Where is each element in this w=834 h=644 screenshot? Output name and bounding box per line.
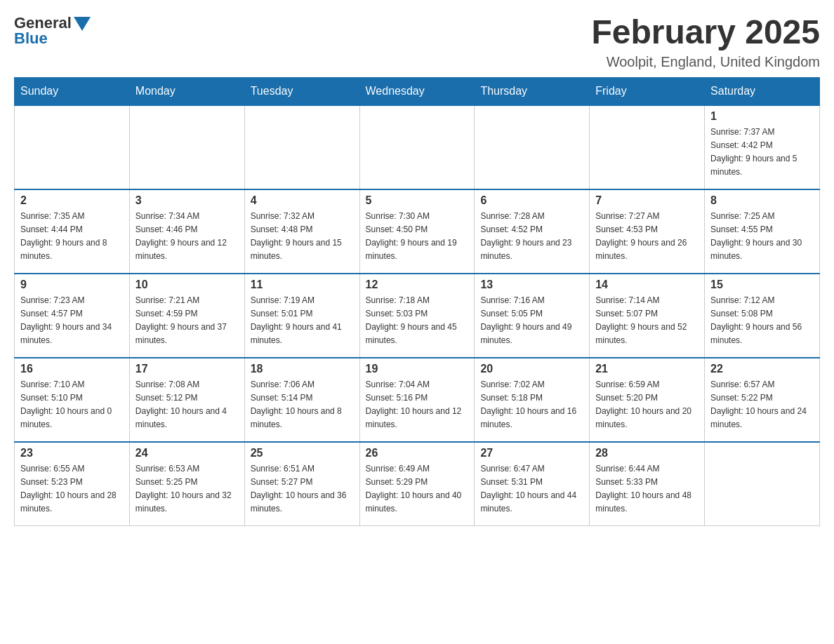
calendar-cell bbox=[15, 105, 130, 189]
location-subtitle: Woolpit, England, United Kingdom bbox=[591, 54, 820, 70]
calendar-cell bbox=[475, 105, 590, 189]
day-number: 10 bbox=[135, 279, 239, 291]
calendar-cell: 16Sunrise: 7:10 AMSunset: 5:10 PMDayligh… bbox=[15, 358, 130, 442]
day-info: Sunrise: 7:16 AMSunset: 5:05 PMDaylight:… bbox=[480, 294, 583, 348]
calendar-cell: 20Sunrise: 7:02 AMSunset: 5:18 PMDayligh… bbox=[475, 358, 590, 442]
day-number: 8 bbox=[710, 194, 814, 207]
day-number: 13 bbox=[480, 279, 583, 291]
day-of-week-header: Tuesday bbox=[244, 77, 359, 105]
day-number: 1 bbox=[710, 110, 814, 123]
title-section: February 2025 Woolpit, England, United K… bbox=[591, 14, 820, 70]
day-info: Sunrise: 6:55 AMSunset: 5:23 PMDaylight:… bbox=[20, 462, 124, 516]
calendar-cell: 3Sunrise: 7:34 AMSunset: 4:46 PMDaylight… bbox=[129, 189, 244, 274]
calendar-cell: 19Sunrise: 7:04 AMSunset: 5:16 PMDayligh… bbox=[359, 358, 475, 442]
calendar-cell: 10Sunrise: 7:21 AMSunset: 4:59 PMDayligh… bbox=[129, 274, 244, 358]
day-number: 19 bbox=[366, 363, 469, 375]
calendar-cell: 2Sunrise: 7:35 AMSunset: 4:44 PMDaylight… bbox=[15, 189, 130, 274]
month-title: February 2025 bbox=[591, 14, 820, 51]
day-of-week-header: Saturday bbox=[705, 77, 820, 105]
calendar-cell: 7Sunrise: 7:27 AMSunset: 4:53 PMDaylight… bbox=[590, 189, 705, 274]
calendar-cell: 23Sunrise: 6:55 AMSunset: 5:23 PMDayligh… bbox=[15, 442, 130, 526]
calendar-cell: 13Sunrise: 7:16 AMSunset: 5:05 PMDayligh… bbox=[475, 274, 590, 358]
day-info: Sunrise: 7:35 AMSunset: 4:44 PMDaylight:… bbox=[20, 210, 124, 264]
day-number: 18 bbox=[251, 363, 354, 375]
day-info: Sunrise: 7:23 AMSunset: 4:57 PMDaylight:… bbox=[20, 294, 124, 348]
day-number: 25 bbox=[251, 447, 354, 459]
day-of-week-header: Friday bbox=[590, 77, 705, 105]
day-info: Sunrise: 7:10 AMSunset: 5:10 PMDaylight:… bbox=[20, 378, 124, 432]
day-info: Sunrise: 7:06 AMSunset: 5:14 PMDaylight:… bbox=[251, 378, 354, 432]
day-info: Sunrise: 7:25 AMSunset: 4:55 PMDaylight:… bbox=[710, 210, 814, 264]
day-number: 17 bbox=[135, 363, 239, 375]
day-number: 15 bbox=[710, 279, 814, 291]
calendar-cell bbox=[705, 442, 820, 526]
calendar-week-row: 2Sunrise: 7:35 AMSunset: 4:44 PMDaylight… bbox=[15, 189, 820, 274]
day-info: Sunrise: 7:19 AMSunset: 5:01 PMDaylight:… bbox=[251, 294, 354, 348]
calendar-cell: 15Sunrise: 7:12 AMSunset: 5:08 PMDayligh… bbox=[705, 274, 820, 358]
day-number: 20 bbox=[480, 363, 583, 375]
day-info: Sunrise: 6:53 AMSunset: 5:25 PMDaylight:… bbox=[135, 462, 239, 516]
calendar-cell bbox=[129, 105, 244, 189]
day-number: 23 bbox=[20, 447, 124, 459]
calendar-week-row: 9Sunrise: 7:23 AMSunset: 4:57 PMDaylight… bbox=[15, 274, 820, 358]
calendar-cell: 4Sunrise: 7:32 AMSunset: 4:48 PMDaylight… bbox=[244, 189, 359, 274]
day-info: Sunrise: 7:18 AMSunset: 5:03 PMDaylight:… bbox=[366, 294, 469, 348]
calendar-table: SundayMondayTuesdayWednesdayThursdayFrid… bbox=[14, 77, 820, 527]
calendar-cell: 17Sunrise: 7:08 AMSunset: 5:12 PMDayligh… bbox=[129, 358, 244, 442]
day-info: Sunrise: 7:02 AMSunset: 5:18 PMDaylight:… bbox=[480, 378, 583, 432]
day-number: 12 bbox=[366, 279, 469, 291]
day-number: 26 bbox=[366, 447, 469, 459]
day-info: Sunrise: 7:14 AMSunset: 5:07 PMDaylight:… bbox=[595, 294, 699, 348]
calendar-cell: 21Sunrise: 6:59 AMSunset: 5:20 PMDayligh… bbox=[590, 358, 705, 442]
day-info: Sunrise: 7:27 AMSunset: 4:53 PMDaylight:… bbox=[595, 210, 699, 264]
calendar-cell: 26Sunrise: 6:49 AMSunset: 5:29 PMDayligh… bbox=[359, 442, 475, 526]
day-info: Sunrise: 7:34 AMSunset: 4:46 PMDaylight:… bbox=[135, 210, 239, 264]
day-number: 5 bbox=[366, 194, 469, 207]
day-of-week-header: Sunday bbox=[15, 77, 130, 105]
calendar-cell: 12Sunrise: 7:18 AMSunset: 5:03 PMDayligh… bbox=[359, 274, 475, 358]
day-info: Sunrise: 6:57 AMSunset: 5:22 PMDaylight:… bbox=[710, 378, 814, 432]
calendar-cell: 25Sunrise: 6:51 AMSunset: 5:27 PMDayligh… bbox=[244, 442, 359, 526]
day-info: Sunrise: 7:08 AMSunset: 5:12 PMDaylight:… bbox=[135, 378, 239, 432]
calendar-week-row: 23Sunrise: 6:55 AMSunset: 5:23 PMDayligh… bbox=[15, 442, 820, 526]
calendar-cell: 9Sunrise: 7:23 AMSunset: 4:57 PMDaylight… bbox=[15, 274, 130, 358]
day-info: Sunrise: 7:37 AMSunset: 4:42 PMDaylight:… bbox=[710, 126, 814, 180]
calendar-week-row: 16Sunrise: 7:10 AMSunset: 5:10 PMDayligh… bbox=[15, 358, 820, 442]
calendar-cell: 8Sunrise: 7:25 AMSunset: 4:55 PMDaylight… bbox=[705, 189, 820, 274]
page-header: General Blue February 2025 Woolpit, Engl… bbox=[14, 14, 820, 70]
calendar-cell: 24Sunrise: 6:53 AMSunset: 5:25 PMDayligh… bbox=[129, 442, 244, 526]
day-of-week-header: Monday bbox=[129, 77, 244, 105]
day-info: Sunrise: 7:12 AMSunset: 5:08 PMDaylight:… bbox=[710, 294, 814, 348]
day-info: Sunrise: 7:04 AMSunset: 5:16 PMDaylight:… bbox=[366, 378, 469, 432]
day-number: 4 bbox=[251, 194, 354, 207]
day-info: Sunrise: 7:30 AMSunset: 4:50 PMDaylight:… bbox=[366, 210, 469, 264]
day-number: 21 bbox=[595, 363, 699, 375]
day-info: Sunrise: 6:47 AMSunset: 5:31 PMDaylight:… bbox=[480, 462, 583, 516]
day-of-week-header: Thursday bbox=[475, 77, 590, 105]
calendar-cell: 6Sunrise: 7:28 AMSunset: 4:52 PMDaylight… bbox=[475, 189, 590, 274]
calendar-cell: 1Sunrise: 7:37 AMSunset: 4:42 PMDaylight… bbox=[705, 105, 820, 189]
day-info: Sunrise: 7:21 AMSunset: 4:59 PMDaylight:… bbox=[135, 294, 239, 348]
calendar-cell: 11Sunrise: 7:19 AMSunset: 5:01 PMDayligh… bbox=[244, 274, 359, 358]
day-number: 6 bbox=[480, 194, 583, 207]
calendar-cell: 28Sunrise: 6:44 AMSunset: 5:33 PMDayligh… bbox=[590, 442, 705, 526]
logo-blue-text: Blue bbox=[14, 29, 48, 48]
day-info: Sunrise: 7:32 AMSunset: 4:48 PMDaylight:… bbox=[251, 210, 354, 264]
calendar-cell: 5Sunrise: 7:30 AMSunset: 4:50 PMDaylight… bbox=[359, 189, 475, 274]
day-number: 28 bbox=[595, 447, 699, 459]
calendar-header-row: SundayMondayTuesdayWednesdayThursdayFrid… bbox=[15, 77, 820, 105]
calendar-week-row: 1Sunrise: 7:37 AMSunset: 4:42 PMDaylight… bbox=[15, 105, 820, 189]
calendar-cell bbox=[590, 105, 705, 189]
day-number: 11 bbox=[251, 279, 354, 291]
day-of-week-header: Wednesday bbox=[359, 77, 475, 105]
calendar-cell: 22Sunrise: 6:57 AMSunset: 5:22 PMDayligh… bbox=[705, 358, 820, 442]
day-info: Sunrise: 6:49 AMSunset: 5:29 PMDaylight:… bbox=[366, 462, 469, 516]
day-number: 14 bbox=[595, 279, 699, 291]
calendar-cell bbox=[359, 105, 475, 189]
day-number: 24 bbox=[135, 447, 239, 459]
day-info: Sunrise: 6:59 AMSunset: 5:20 PMDaylight:… bbox=[595, 378, 699, 432]
day-number: 3 bbox=[135, 194, 239, 207]
day-number: 2 bbox=[20, 194, 124, 207]
day-info: Sunrise: 7:28 AMSunset: 4:52 PMDaylight:… bbox=[480, 210, 583, 264]
calendar-cell: 27Sunrise: 6:47 AMSunset: 5:31 PMDayligh… bbox=[475, 442, 590, 526]
